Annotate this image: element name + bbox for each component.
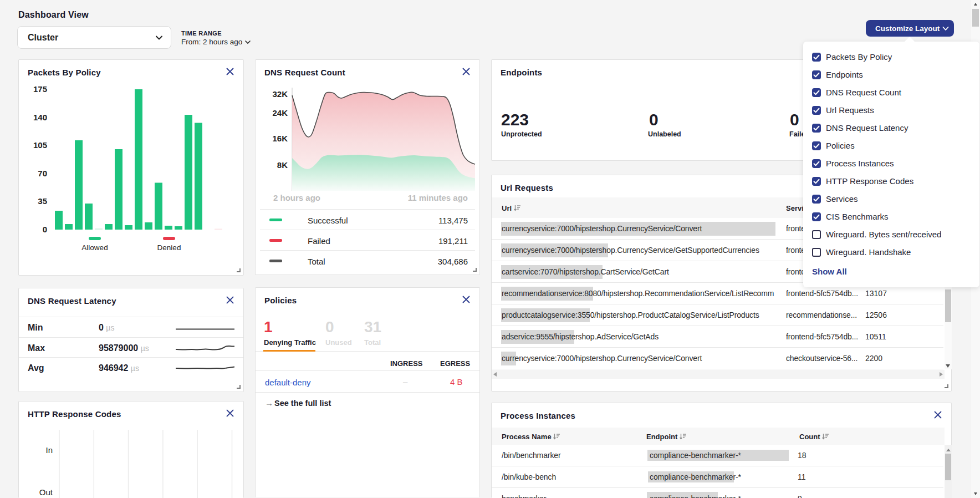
svg-text:8K: 8K — [277, 160, 288, 170]
svg-text:70: 70 — [38, 169, 47, 178]
svg-text:35: 35 — [38, 196, 47, 206]
svg-text:Allowed: Allowed — [81, 243, 108, 252]
svg-text:105: 105 — [33, 140, 47, 150]
svg-text:Denied: Denied — [157, 243, 181, 252]
svg-text:32K: 32K — [272, 89, 288, 99]
svg-text:Out: Out — [39, 487, 53, 497]
svg-text:16K: 16K — [272, 134, 288, 143]
svg-text:175: 175 — [33, 84, 47, 94]
svg-text:140: 140 — [33, 113, 47, 122]
svg-text:24K: 24K — [272, 108, 288, 118]
svg-text:0: 0 — [43, 225, 47, 234]
svg-text:In: In — [45, 445, 53, 455]
